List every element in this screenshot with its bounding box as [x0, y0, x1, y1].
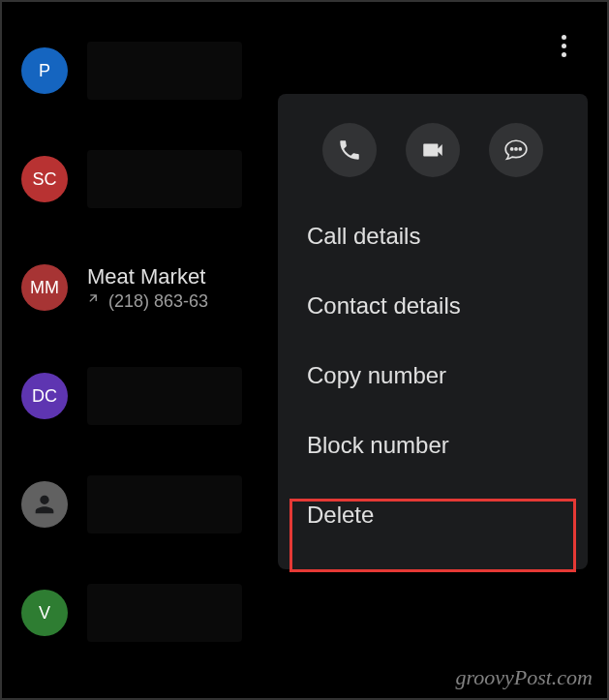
- avatar: P: [21, 47, 68, 94]
- person-icon: [31, 491, 58, 518]
- redacted-text: [87, 150, 242, 208]
- call-button[interactable]: [322, 123, 377, 177]
- outgoing-call-icon: [87, 291, 103, 312]
- menu-contact-details[interactable]: Contact details: [278, 271, 588, 341]
- call-info: [87, 42, 588, 100]
- watermark: groovyPost.com: [455, 665, 593, 690]
- more-vert-icon: [562, 35, 566, 57]
- call-info: [87, 584, 588, 642]
- svg-point-0: [511, 148, 513, 150]
- menu-block-number[interactable]: Block number: [278, 411, 588, 480]
- avatar: V: [21, 590, 68, 636]
- message-icon: [503, 137, 529, 163]
- svg-point-2: [519, 148, 521, 150]
- menu-call-details[interactable]: Call details: [278, 201, 588, 271]
- avatar-initials: P: [39, 61, 50, 81]
- redacted-text: [87, 584, 242, 642]
- more-options-button[interactable]: [544, 26, 583, 65]
- avatar: SC: [21, 156, 68, 202]
- context-menu: Call details Contact details Copy number…: [278, 94, 588, 569]
- menu-copy-number[interactable]: Copy number: [278, 341, 588, 411]
- call-item[interactable]: V: [2, 559, 607, 667]
- video-icon: [420, 137, 445, 163]
- redacted-text: [87, 475, 242, 533]
- redacted-text: [87, 42, 242, 100]
- redacted-text: [87, 367, 242, 425]
- avatar: MM: [21, 264, 68, 311]
- phone-number: (218) 863-63: [108, 291, 208, 312]
- avatar-initials: MM: [30, 278, 59, 298]
- avatar-initials: V: [39, 603, 50, 624]
- video-button[interactable]: [406, 123, 460, 177]
- svg-point-1: [515, 148, 517, 150]
- avatar: DC: [21, 373, 68, 419]
- avatar: [21, 481, 68, 528]
- avatar-initials: SC: [32, 169, 56, 190]
- message-button[interactable]: [489, 123, 543, 177]
- menu-delete[interactable]: Delete: [278, 480, 588, 550]
- avatar-initials: DC: [32, 386, 57, 407]
- phone-icon: [337, 137, 362, 163]
- quick-actions: [278, 113, 588, 201]
